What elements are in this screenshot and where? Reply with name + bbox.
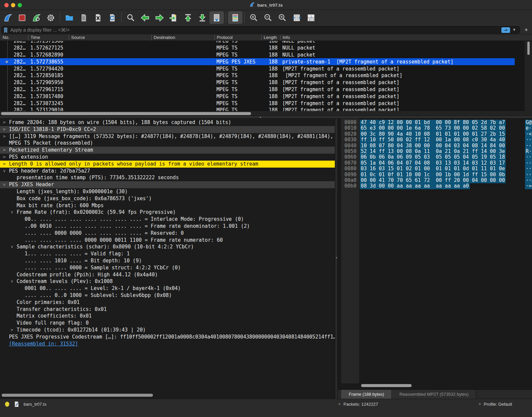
- detail-row[interactable]: >PES extension: [0, 154, 335, 161]
- detail-row[interactable]: Matrix coefficients: 0x01: [0, 313, 335, 320]
- hex-bytes[interactable]: 52 14 ff 13 00 08 0a 11 0a 21 0a 21 ff 1…: [360, 149, 506, 154]
- hex-bytes[interactable]: 47 40 c9 12 00 00 01 bd 00 00 8f 80 05 2…: [360, 120, 506, 125]
- detail-row[interactable]: MPEG TS Packet (reassembled): [0, 140, 335, 147]
- hex-row[interactable]: 00b008 3d 00 00 aa aa aa aa aa aa aa a0·…: [338, 183, 532, 189]
- toolbar-first-button[interactable]: [181, 11, 195, 24]
- detail-hscrollbar[interactable]: [1, 393, 334, 397]
- toolbar-restart-button[interactable]: [29, 11, 44, 24]
- detail-row[interactable]: 1... .... .... .... = Valid flag: 1: [0, 250, 335, 257]
- hex-row[interactable]: 004010 08 07 80 04 38 00 00 00 04 03 04 …: [338, 143, 532, 149]
- column-header-time[interactable]: Time: [28, 35, 69, 41]
- vertical-splitter[interactable]: [335, 118, 338, 399]
- detail-row[interactable]: >Length 0 is allowed only in packets who…: [0, 161, 335, 168]
- reassembled-link[interactable]: [Reassembled in: 31532]: [9, 341, 78, 347]
- detail-row[interactable]: >PES header data: 2d7ba75a27: [0, 168, 335, 175]
- toolbar-goto-button[interactable]: [167, 11, 181, 24]
- hex-row[interactable]: 001065 e3 00 00 00 1e 6a 78 65 73 00 00 …: [338, 125, 532, 131]
- detail-row[interactable]: 00.. .... .... .... .... .... .... .... …: [0, 216, 335, 223]
- detail-row[interactable]: [Reassembled in: 31532]: [0, 341, 335, 348]
- toolbar-wireshark-fin-button[interactable]: [1, 11, 15, 24]
- packet-row[interactable]: 282…1.573129010MPEG TS188[MP2T fragment …: [0, 107, 515, 111]
- detail-row[interactable]: PES JXES Progressive Codestream […]: ff1…: [0, 334, 335, 341]
- expert-info-icon[interactable]: [5, 401, 10, 407]
- detail-row[interactable]: >Frame 28204: 188 bytes on wire (1504 bi…: [0, 119, 335, 126]
- hex-bytes[interactable]: 01 0c 01 0f 01 10 00 1c 00 1b 00 1d ff 1…: [360, 172, 506, 178]
- hex-bytes[interactable]: 10 08 07 80 04 38 00 00 00 04 03 04 08 1…: [360, 143, 506, 149]
- hex-row[interactable]: 009001 0c 01 0f 01 10 00 1c 00 1b 00 1d …: [338, 172, 532, 178]
- detail-row[interactable]: Color primaries: 0x01: [0, 299, 335, 306]
- detail-row[interactable]: ..00 0010 .... .... .... .... .... .... …: [0, 223, 335, 230]
- toolbar-find-button[interactable]: [124, 11, 138, 24]
- column-header-no[interactable]: No.: [0, 35, 28, 41]
- toolbar-colorize-button[interactable]: [228, 11, 242, 24]
- detail-row[interactable]: >Sample characteristics (schar): 0x8090 …: [0, 243, 335, 250]
- packet-list-hscrollbar[interactable]: [0, 112, 525, 115]
- expander-icon[interactable]: >: [2, 133, 6, 140]
- toolbar-close-button[interactable]: [91, 11, 105, 24]
- column-header-source[interactable]: Source: [69, 35, 151, 41]
- packet-row[interactable]: 282…1.572738655MPEG PES JXES188private-s…: [0, 58, 515, 65]
- toolbar-zoom-orig-button[interactable]: [275, 11, 290, 24]
- detail-row[interactable]: >PES JXES Header: [0, 181, 335, 188]
- packet-row[interactable]: 282…1.572961715MPEG TS188[MP2T fragment …: [0, 86, 515, 93]
- packet-row[interactable]: 282…1.572571360MPEG TS188NULL packet: [0, 41, 515, 45]
- expander-icon[interactable]: >: [2, 126, 6, 133]
- detail-row[interactable]: .... .... .... .... 0000 0000 0011 1100 …: [0, 237, 335, 244]
- toolbar-open-button[interactable]: [62, 11, 76, 24]
- filter-apply-button[interactable]: [501, 27, 510, 33]
- hex-row[interactable]: 00a000 00 41 70 70 65 61 72 00 ff 20 00 …: [338, 178, 532, 183]
- hex-row[interactable]: 006006 0b 06 0a 06 09 05 03 05 05 05 04 …: [338, 154, 532, 160]
- detail-row[interactable]: Length (jxes_length): 0x0000001e (30): [0, 188, 335, 195]
- filter-dropdown-caret[interactable]: ▼: [512, 28, 516, 32]
- toolbar-save-button[interactable]: [76, 11, 91, 24]
- packet-row[interactable]: 282…1.573073245MPEG TS188[MP2T fragment …: [0, 100, 515, 107]
- hex-bytes[interactable]: 65 e3 00 00 00 1e 6a 78 65 73 00 00 02 5…: [360, 125, 506, 131]
- expander-icon[interactable]: >: [10, 327, 14, 334]
- hex-row[interactable]: 008003 16 03 15 01 02 01 00 01 01 01 0d …: [338, 166, 532, 172]
- tab-frame[interactable]: Frame (188 bytes): [341, 390, 392, 399]
- detail-row[interactable]: >ISO/IEC 13818-1 PID=0xc9 CC=2: [0, 126, 335, 133]
- toolbar-last-button[interactable]: [195, 11, 209, 24]
- hex-row[interactable]: 007005 1a 04 06 04 07 04 08 03 13 03 14 …: [338, 160, 532, 166]
- hex-row[interactable]: 0030ff 10 ff 50 00 02 ff 12 00 1a 00 08 …: [338, 137, 532, 143]
- hex-bytes[interactable]: ff 10 ff 50 00 02 ff 12 00 1a 00 08 c0 3…: [360, 137, 506, 143]
- detail-row[interactable]: >Packetized Elementary Stream: [0, 147, 335, 154]
- toolbar-zoom-out-button[interactable]: [261, 11, 275, 24]
- hex-row[interactable]: 000047 40 c9 12 00 00 01 bd 00 00 8f 80 …: [338, 120, 532, 125]
- column-header-destination[interactable]: Destination: [151, 35, 214, 41]
- hex-hscrollbar[interactable]: [358, 384, 529, 387]
- hex-bytes[interactable]: 05 1a 04 06 04 07 04 08 03 13 03 14 03 1…: [360, 160, 506, 166]
- hex-bytes[interactable]: 00 00 41 70 70 65 61 72 00 ff 20 00 04 0…: [360, 178, 506, 183]
- tab-reassembled[interactable]: Reassembled MP2T (573532 bytes): [392, 390, 476, 399]
- packet-row[interactable]: 282…1.572627125MPEG TS188NULL packet: [0, 45, 515, 52]
- detail-row[interactable]: presentation time stamp (PTS): 77345.351…: [0, 174, 335, 181]
- hex-row[interactable]: 002000 3c 80 90 4a 40 10 08 01 01 01 00 …: [338, 131, 532, 137]
- filter-add-button[interactable]: +: [524, 27, 528, 33]
- expander-icon[interactable]: >: [2, 119, 6, 126]
- column-header-length[interactable]: Length: [261, 35, 280, 41]
- capture-comment-icon[interactable]: [14, 401, 19, 407]
- detail-row[interactable]: Transfer characteristics: 0x01: [0, 306, 335, 313]
- hex-row[interactable]: 005052 14 ff 13 00 08 0a 11 0a 21 0a 21 …: [338, 149, 532, 154]
- expander-icon[interactable]: >: [2, 154, 6, 161]
- expander-icon[interactable]: >: [9, 245, 16, 249]
- packet-row[interactable]: 282…1.572794420MPEG TS188[MP2T fragment …: [0, 65, 515, 72]
- detail-row[interactable]: >Timecode (tcod): 0x01272b14 (01:39:43 |…: [0, 327, 335, 334]
- detail-row[interactable]: Video full range flag: 0: [0, 320, 335, 327]
- toolbar-zoom-in-button[interactable]: [247, 11, 261, 24]
- detail-row[interactable]: .... .... .... 0000 = Sample struct: 4:2…: [0, 264, 335, 271]
- toolbar-autoscroll-button[interactable]: [209, 11, 224, 24]
- packet-row[interactable]: 282…1.573017480MPEG TS188[MP2T fragment …: [0, 93, 515, 100]
- packet-row[interactable]: 282…1.572905950MPEG TS188[MP2T fragment …: [0, 79, 515, 86]
- toolbar-resize-cols-button[interactable]: [290, 11, 304, 24]
- profile-selector[interactable]: Profile: Default: [479, 399, 512, 409]
- toolbar-stop-button[interactable]: [15, 11, 29, 24]
- hex-bytes[interactable]: 06 0b 06 0a 06 09 05 03 05 05 05 04 05 1…: [360, 154, 506, 160]
- packet-row[interactable]: 282…1.572850185MPEG TS188 [MP2T fragment…: [0, 72, 515, 79]
- detail-row[interactable]: .... .... 0000 0000 .... .... .... .... …: [0, 230, 335, 237]
- expander-icon[interactable]: >: [2, 161, 6, 168]
- detail-row[interactable]: Max bit rate (brat): 600 Mbps: [0, 202, 335, 209]
- toolbar-prev-button[interactable]: [138, 11, 152, 24]
- display-filter-input[interactable]: Apply a display filter ... <⌘/> ▼: [1, 26, 520, 34]
- detail-row[interactable]: >[[…] 3119 Message fragments (573532 byt…: [0, 133, 335, 140]
